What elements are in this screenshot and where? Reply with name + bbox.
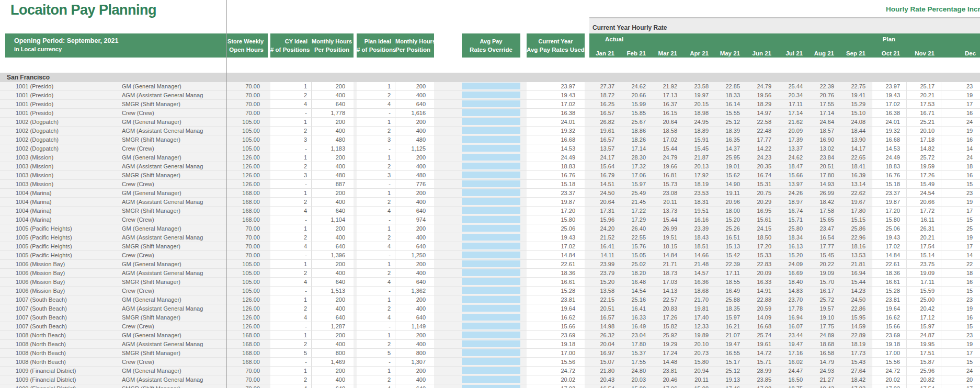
cell-open-hours[interactable]: 70.00 bbox=[226, 375, 268, 384]
cell-rate-jul[interactable]: 21.62 bbox=[778, 118, 809, 126]
cell-location[interactable]: 1009 (Financial District) bbox=[0, 375, 120, 384]
cell-cy-positions[interactable]: - bbox=[270, 215, 312, 224]
cell-rate-sep[interactable]: 16.94 bbox=[840, 269, 872, 277]
cell-rate-jun[interactable]: 17.77 bbox=[746, 135, 778, 144]
cell-plan-positions[interactable]: 1 bbox=[357, 260, 395, 268]
cell-plan-hours[interactable]: 400 bbox=[395, 233, 434, 242]
cell-location[interactable]: 1004 (Marina) bbox=[0, 198, 120, 206]
cell-cy-positions[interactable]: - bbox=[270, 144, 312, 153]
cell-rate-apr[interactable]: 19.81 bbox=[683, 304, 715, 313]
cell-rate-jul[interactable]: 17.14 bbox=[778, 109, 809, 117]
cell-rate-dec-partial[interactable]: 23 bbox=[941, 82, 980, 90]
cell-rate-nov-plan[interactable]: 17.54 bbox=[906, 384, 941, 388]
cell-rate-sep[interactable]: 22.65 bbox=[840, 153, 872, 162]
cell-rate-jan[interactable]: 16.41 bbox=[589, 242, 621, 250]
cell-plan-positions[interactable]: 2 bbox=[357, 91, 395, 99]
cell-rate-may[interactable]: 25.12 bbox=[715, 118, 746, 126]
cell-rate-mar[interactable]: 14.48 bbox=[652, 358, 683, 366]
cell-rate-aug[interactable]: 16.17 bbox=[809, 287, 840, 295]
cell-avg-rate-used[interactable]: 19.18 bbox=[527, 340, 585, 348]
cell-rate-apr[interactable]: 18.51 bbox=[683, 242, 715, 250]
cell-rate-dec-partial[interactable]: 24 bbox=[941, 153, 980, 162]
cell-rate-aug[interactable]: 17.58 bbox=[809, 207, 840, 215]
cell-rate-dec-partial[interactable]: 17 bbox=[941, 349, 980, 357]
cell-avg-pay-override-input[interactable] bbox=[462, 243, 520, 249]
cell-rate-apr[interactable]: 17.40 bbox=[683, 313, 715, 322]
cell-rate-nov-plan[interactable]: 19.09 bbox=[906, 269, 941, 277]
cell-rate-apr[interactable]: 23.39 bbox=[683, 224, 715, 233]
cell-rate-nov-plan[interactable]: 25.72 bbox=[906, 153, 941, 162]
cell-rate-feb[interactable]: 15.99 bbox=[621, 100, 652, 108]
cell-rate-feb[interactable]: 24.62 bbox=[621, 82, 652, 90]
cell-rate-sep[interactable]: 15.10 bbox=[840, 109, 872, 117]
cell-location[interactable]: 1003 (Mission) bbox=[0, 180, 120, 188]
cell-rate-jul[interactable]: 14.83 bbox=[778, 287, 809, 295]
cell-location[interactable]: 1007 (South Beach) bbox=[0, 295, 120, 304]
cell-rate-feb[interactable]: 17.22 bbox=[621, 207, 652, 215]
cell-plan-hours[interactable]: 480 bbox=[395, 171, 434, 179]
cell-avg-pay-override-input[interactable] bbox=[462, 216, 520, 223]
cell-rate-mar[interactable]: 20.64 bbox=[652, 118, 683, 126]
cell-rate-nov-plan[interactable]: 20.42 bbox=[906, 304, 941, 313]
cell-rate-mar[interactable]: 18.73 bbox=[652, 269, 683, 277]
cell-rate-may[interactable]: 21.07 bbox=[715, 331, 746, 339]
cell-rate-dec-partial[interactable]: 17 bbox=[941, 207, 980, 215]
cell-rate-jun[interactable]: 15.71 bbox=[746, 358, 778, 366]
cell-rate-jan[interactable]: 15.20 bbox=[589, 278, 621, 286]
cell-avg-pay-override-input[interactable] bbox=[462, 252, 520, 258]
cell-rate-dec-partial[interactable]: 19 bbox=[941, 340, 980, 348]
cell-open-hours[interactable]: 126.00 bbox=[226, 153, 268, 162]
cell-rate-jul[interactable]: 18.34 bbox=[778, 233, 809, 242]
cell-avg-pay-override-input[interactable] bbox=[462, 145, 520, 152]
cell-rate-aug[interactable]: 23.84 bbox=[809, 153, 840, 162]
cell-plan-positions[interactable]: 1 bbox=[357, 331, 395, 339]
cell-rate-feb[interactable]: 17.32 bbox=[621, 162, 652, 170]
cell-rate-nov-plan[interactable]: 19.95 bbox=[906, 340, 941, 348]
cell-rate-oct-plan[interactable]: 22.61 bbox=[872, 260, 906, 268]
cell-avg-pay-override-input[interactable] bbox=[462, 234, 520, 241]
cell-rate-jul[interactable]: 16.07 bbox=[778, 322, 809, 330]
cell-avg-rate-used[interactable]: 24.49 bbox=[527, 153, 585, 162]
cell-cy-positions[interactable]: - bbox=[270, 322, 312, 330]
cell-rate-jun[interactable]: 15.61 bbox=[746, 215, 778, 224]
cell-rate-may[interactable]: 16.51 bbox=[715, 233, 746, 242]
cell-location[interactable]: 1007 (South Beach) bbox=[0, 313, 120, 322]
cell-avg-rate-used[interactable]: 15.18 bbox=[527, 180, 585, 188]
cell-rate-jan[interactable]: 18.72 bbox=[589, 91, 621, 99]
cell-location[interactable]: 1004 (Marina) bbox=[0, 215, 120, 224]
cell-cy-hours[interactable]: 200 bbox=[312, 118, 354, 126]
cell-plan-hours[interactable]: 400 bbox=[395, 162, 434, 170]
cell-rate-oct-plan[interactable]: 15.80 bbox=[872, 215, 906, 224]
cell-rate-sep[interactable]: 18.19 bbox=[840, 340, 872, 348]
cell-cy-positions[interactable]: 4 bbox=[270, 100, 312, 108]
cell-rate-apr[interactable]: 19.97 bbox=[683, 91, 715, 99]
cell-open-hours[interactable]: 168.00 bbox=[226, 331, 268, 339]
cell-position[interactable]: GM (General Manager) bbox=[120, 260, 226, 268]
cell-rate-feb[interactable]: 25.49 bbox=[621, 189, 652, 197]
cell-rate-jan[interactable]: 23.79 bbox=[589, 269, 621, 277]
cell-location[interactable]: 1008 (North Beach) bbox=[0, 349, 120, 357]
cell-cy-hours[interactable]: 640 bbox=[312, 242, 354, 250]
cell-rate-nov-plan[interactable]: 19.59 bbox=[906, 162, 941, 170]
cell-rate-aug[interactable]: 19.09 bbox=[809, 269, 840, 277]
cell-position[interactable]: GM (General Manager) bbox=[120, 118, 226, 126]
cell-cy-hours[interactable]: 400 bbox=[312, 198, 354, 206]
cell-rate-oct-plan[interactable]: 15.66 bbox=[872, 322, 906, 330]
cell-avg-pay-override-input[interactable] bbox=[462, 154, 520, 161]
cell-rate-jul[interactable]: 23.70 bbox=[778, 295, 809, 304]
cell-rate-sep[interactable]: 19.67 bbox=[840, 198, 872, 206]
cell-rate-aug[interactable]: 17.55 bbox=[809, 100, 840, 108]
cell-rate-jun[interactable]: 24.15 bbox=[746, 224, 778, 233]
cell-rate-aug[interactable]: 19.43 bbox=[809, 384, 840, 388]
cell-rate-apr[interactable]: 18.89 bbox=[683, 127, 715, 135]
cell-rate-mar[interactable]: 14.13 bbox=[652, 287, 683, 295]
cell-rate-aug[interactable]: 17.77 bbox=[809, 242, 840, 250]
cell-rate-feb[interactable]: 15.37 bbox=[621, 349, 652, 357]
cell-position[interactable]: AGM (Assistant General Manag bbox=[120, 233, 226, 242]
cell-open-hours[interactable]: 126.00 bbox=[226, 162, 268, 170]
cell-rate-oct-plan[interactable]: 16.38 bbox=[872, 109, 906, 117]
cell-location[interactable]: 1003 (Mission) bbox=[0, 171, 120, 179]
cell-rate-jul[interactable]: 16.69 bbox=[778, 269, 809, 277]
cell-rate-apr[interactable]: 18.31 bbox=[683, 198, 715, 206]
cell-avg-rate-used[interactable]: 20.02 bbox=[527, 375, 585, 384]
